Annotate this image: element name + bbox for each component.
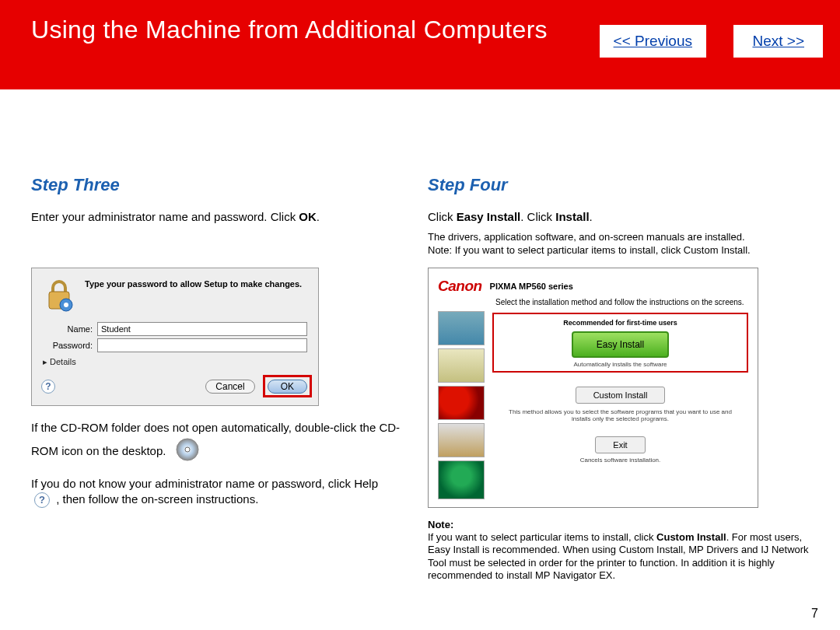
thumb-photo <box>438 348 485 383</box>
name-label: Name: <box>43 324 93 334</box>
thumb-photo <box>438 460 485 499</box>
ok-highlight: OK <box>263 375 312 397</box>
help-icon-inline: ? <box>34 492 50 508</box>
svg-point-2 <box>64 303 68 307</box>
step-four-column: Step Four Click Easy Install. Click Inst… <box>420 121 840 582</box>
custom-install-note: This method allows you to select the sof… <box>503 408 737 422</box>
cdrom-icon <box>174 436 201 467</box>
installer-dialog: Canon PIXMA MP560 series Select the inst… <box>428 268 758 508</box>
svg-point-4 <box>185 447 190 452</box>
note-body: If you want to select particular items t… <box>428 531 817 582</box>
lock-icon <box>43 278 75 313</box>
help-note: If you do not know your administrator na… <box>31 476 401 508</box>
thumb-photo <box>438 423 485 457</box>
step-four-instruction: Click Easy Install. Click Install. <box>428 209 817 225</box>
step-three-instruction: Enter your administrator name and passwo… <box>31 209 401 225</box>
thumbnail-strip <box>438 311 485 499</box>
details-disclosure[interactable]: Details <box>43 357 318 367</box>
thumb-photo <box>438 386 485 420</box>
cdrom-note: If the CD-ROM folder does not open autom… <box>31 420 401 467</box>
recommended-label: Recommended for first-time users <box>500 319 740 327</box>
exit-note: Cancels software installation. <box>492 457 748 464</box>
password-label: Password: <box>43 341 93 350</box>
installer-subtitle: Select the installation method and follo… <box>495 298 748 306</box>
easy-install-note: Automatically installs the software <box>500 361 740 368</box>
name-input[interactable] <box>97 322 307 336</box>
exit-button[interactable]: Exit <box>595 436 645 453</box>
step-four-title: Step Four <box>428 175 817 195</box>
easy-install-button[interactable]: Easy Install <box>572 331 669 358</box>
note-label: Note: <box>428 519 817 531</box>
header-bar: Using the Machine from Additional Comput… <box>0 0 840 89</box>
auth-message: Type your password to allow Setup to mak… <box>85 278 302 313</box>
cancel-button[interactable]: Cancel <box>205 380 254 394</box>
step-four-note-inline: Note: If you want to select particular i… <box>428 244 817 257</box>
help-icon[interactable]: ? <box>41 380 55 394</box>
auth-dialog: Type your password to allow Setup to mak… <box>31 268 319 406</box>
step-three-column: Step Three Enter your administrator name… <box>0 121 420 582</box>
password-input[interactable] <box>97 338 307 352</box>
printer-model: PIXMA MP560 series <box>490 282 573 291</box>
easy-install-highlight: Recommended for first-time users Easy In… <box>492 313 748 373</box>
custom-install-button[interactable]: Custom Install <box>576 387 666 404</box>
page-number: 7 <box>811 607 818 621</box>
next-link[interactable]: Next >> <box>733 25 823 58</box>
thumb-photo <box>438 311 485 345</box>
content-area: Step Three Enter your administrator name… <box>0 89 840 582</box>
canon-logo: Canon <box>438 278 482 295</box>
ok-button[interactable]: OK <box>268 380 307 394</box>
previous-link[interactable]: << Previous <box>600 25 706 58</box>
step-four-desc: The drivers, application software, and o… <box>428 231 817 243</box>
step-three-title: Step Three <box>31 175 401 195</box>
